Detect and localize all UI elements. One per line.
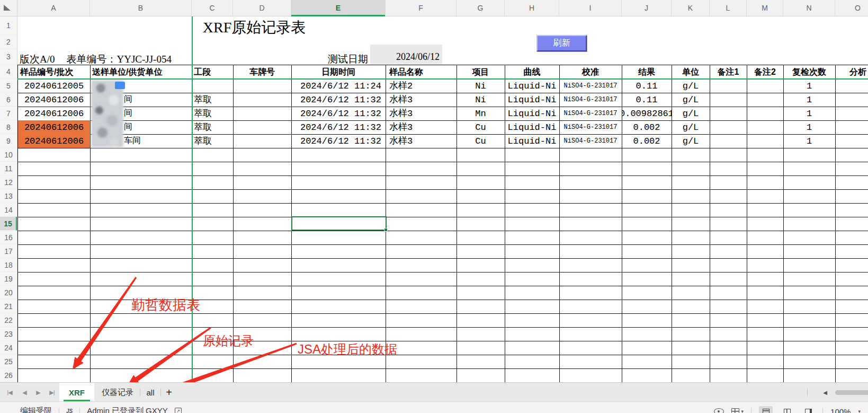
table-cell[interactable]	[291, 231, 386, 245]
table-cell[interactable]	[233, 107, 292, 121]
table-header-cell[interactable]: 校准	[559, 65, 622, 80]
table-cell[interactable]	[386, 162, 457, 176]
table-cell[interactable]	[783, 258, 836, 273]
table-cell[interactable]	[835, 175, 868, 190]
table-cell[interactable]: Cu	[457, 120, 505, 135]
table-cell[interactable]	[386, 189, 457, 204]
table-cell[interactable]	[559, 189, 622, 204]
table-cell[interactable]	[90, 313, 192, 328]
table-cell[interactable]	[233, 134, 292, 148]
table-cell[interactable]: Mn	[457, 107, 505, 121]
table-cell[interactable]	[710, 313, 747, 328]
row-header-2[interactable]: 2	[0, 35, 17, 49]
table-cell[interactable]	[783, 148, 836, 162]
table-cell[interactable]	[559, 148, 622, 162]
row-header-7[interactable]: 7	[0, 107, 17, 120]
table-cell[interactable]	[457, 189, 505, 204]
table-cell[interactable]	[710, 244, 747, 259]
table-cell[interactable]	[672, 148, 710, 162]
table-cell[interactable]	[710, 79, 747, 93]
table-cell[interactable]	[457, 355, 505, 369]
table-cell[interactable]	[835, 341, 868, 355]
table-cell[interactable]	[622, 258, 672, 273]
sheet-tab-xrf[interactable]: XRF	[59, 383, 94, 402]
table-cell[interactable]	[622, 327, 672, 341]
table-header-cell[interactable]: 分析	[835, 65, 868, 80]
table-cell[interactable]	[835, 79, 868, 93]
table-cell[interactable]	[17, 327, 91, 341]
table-cell[interactable]	[710, 300, 747, 314]
table-cell[interactable]	[783, 162, 836, 176]
table-cell[interactable]	[457, 341, 505, 355]
table-cell[interactable]	[783, 286, 836, 300]
table-cell[interactable]	[505, 327, 560, 341]
table-cell[interactable]	[672, 286, 710, 300]
row-header-20[interactable]: 20	[0, 286, 17, 300]
column-header-C[interactable]: C	[192, 0, 233, 16]
table-cell[interactable]	[386, 175, 457, 190]
add-sheet-button[interactable]: +	[162, 383, 176, 402]
table-cell[interactable]	[672, 189, 710, 204]
table-cell[interactable]	[710, 286, 747, 300]
row-header-8[interactable]: 8	[0, 120, 17, 134]
table-cell[interactable]	[90, 148, 192, 162]
table-cell[interactable]	[386, 272, 457, 286]
table-cell[interactable]	[747, 258, 784, 273]
table-header-cell[interactable]: 样品名称	[386, 65, 457, 80]
table-cell[interactable]	[505, 286, 560, 300]
table-header-cell[interactable]: 日期时间	[291, 65, 386, 80]
table-cell[interactable]: Liquid-Ni	[505, 120, 560, 135]
table-cell[interactable]	[710, 134, 747, 148]
table-cell[interactable]	[505, 300, 560, 314]
table-cell[interactable]	[835, 244, 868, 259]
table-cell[interactable]	[559, 203, 622, 217]
table-cell[interactable]	[835, 148, 868, 162]
table-cell[interactable]: 萃取	[192, 107, 234, 121]
table-cell[interactable]	[233, 313, 292, 328]
table-cell[interactable]	[783, 313, 836, 328]
table-cell[interactable]: Liquid-Ni	[505, 134, 560, 148]
table-cell[interactable]	[291, 272, 386, 286]
table-cell[interactable]: 2024/6/12 11:32	[291, 93, 386, 107]
table-cell[interactable]	[747, 286, 784, 300]
table-cell[interactable]: 2024/6/12 11:32	[291, 134, 386, 148]
table-cell[interactable]	[559, 300, 622, 314]
table-cell[interactable]	[559, 175, 622, 190]
table-cell[interactable]	[386, 258, 457, 273]
table-cell[interactable]: Ni	[457, 93, 505, 107]
table-cell[interactable]	[710, 175, 747, 190]
table-cell[interactable]	[559, 327, 622, 341]
row-header-16[interactable]: 16	[0, 231, 17, 244]
table-cell[interactable]	[672, 258, 710, 273]
prev-sheet-button[interactable]: ◀	[18, 383, 31, 402]
table-cell[interactable]: 20240612006	[17, 93, 91, 107]
table-cell[interactable]	[291, 286, 386, 300]
table-cell[interactable]	[835, 355, 868, 369]
row-header-19[interactable]: 19	[0, 272, 17, 286]
refresh-button[interactable]: 刷新	[536, 35, 587, 51]
row-header-10[interactable]: 10	[0, 148, 17, 162]
table-cell[interactable]	[457, 368, 505, 383]
table-cell[interactable]	[559, 231, 622, 245]
last-sheet-button[interactable]: ▶|	[46, 383, 58, 402]
table-cell[interactable]: 萃取	[192, 93, 234, 107]
table-cell[interactable]	[783, 217, 836, 231]
table-cell[interactable]	[559, 368, 622, 383]
table-cell[interactable]	[17, 175, 91, 190]
table-cell[interactable]	[291, 189, 386, 204]
row-header-25[interactable]: 25	[0, 355, 17, 368]
table-cell[interactable]	[233, 355, 292, 369]
table-cell[interactable]	[747, 217, 784, 231]
table-cell[interactable]	[622, 286, 672, 300]
row-header-22[interactable]: 22	[0, 313, 17, 327]
row-header-13[interactable]: 13	[0, 189, 17, 203]
table-cell[interactable]	[457, 286, 505, 300]
table-cell[interactable]	[672, 217, 710, 231]
table-cell[interactable]	[457, 313, 505, 328]
table-cell[interactable]: 水样2	[386, 79, 457, 93]
table-cell[interactable]	[457, 175, 505, 190]
table-cell[interactable]	[559, 162, 622, 176]
column-header-J[interactable]: J	[622, 0, 672, 16]
table-cell[interactable]: NiSO4-G-231017	[559, 107, 622, 121]
table-cell[interactable]	[90, 203, 192, 217]
